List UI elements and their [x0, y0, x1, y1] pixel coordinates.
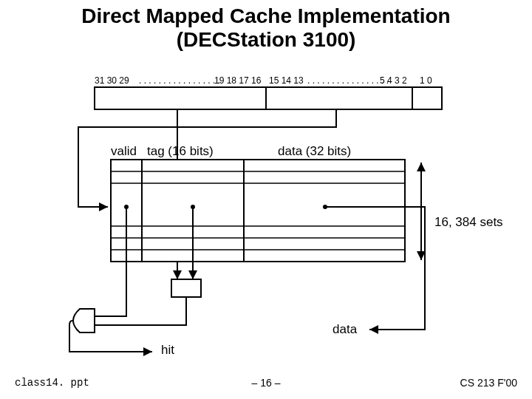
svg-rect-3 [111, 160, 405, 262]
bit-label-low1: 5 4 3 2 [380, 75, 407, 86]
hdr-valid: valid [111, 144, 137, 159]
tag-tap-dot [191, 205, 195, 209]
footer-course: CS 213 F'00 [460, 377, 517, 389]
cache-table [111, 160, 405, 262]
title-line-1: Direct Mapped Cache Implementation [81, 4, 450, 27]
cmp-out-line [95, 297, 186, 325]
bit-label-mid2: 15 14 13 [269, 75, 304, 86]
data-tap-dot [323, 205, 327, 209]
bit-dots-1: . . . . . . . . . . . . . . . . . [139, 75, 220, 86]
hit-label: hit [161, 343, 174, 358]
svg-rect-0 [95, 87, 442, 109]
data-line [325, 207, 425, 330]
data-out-label: data [332, 322, 357, 337]
footer-page: – 16 – [0, 377, 532, 389]
bit-label-mid1: 19 18 17 16 [214, 75, 261, 86]
hdr-data: data (32 bits) [278, 144, 351, 159]
diagram-canvas [0, 0, 532, 399]
page-title: Direct Mapped Cache Implementation (DECS… [0, 0, 532, 52]
field-tag: tag [161, 93, 180, 109]
valid-line [95, 207, 126, 316]
field-byte-offset: byte offset [414, 87, 443, 106]
equals-icon: = [174, 279, 198, 295]
bit-dots-2: . . . . . . . . . . . . . . . . . [307, 75, 389, 86]
address-box [95, 87, 442, 109]
bit-label-low2: 1 0 [420, 75, 432, 86]
hdr-tag: tag (16 bits) [147, 144, 214, 159]
field-set: set [327, 93, 344, 109]
and-gate-icon [73, 309, 95, 332]
valid-tap-dot [124, 205, 129, 209]
hit-line [69, 321, 152, 352]
sets-count: 16, 384 sets [434, 215, 503, 230]
title-line-2: (DECStation 3100) [177, 28, 356, 51]
bit-label-hi: 31 30 29 [95, 75, 129, 86]
